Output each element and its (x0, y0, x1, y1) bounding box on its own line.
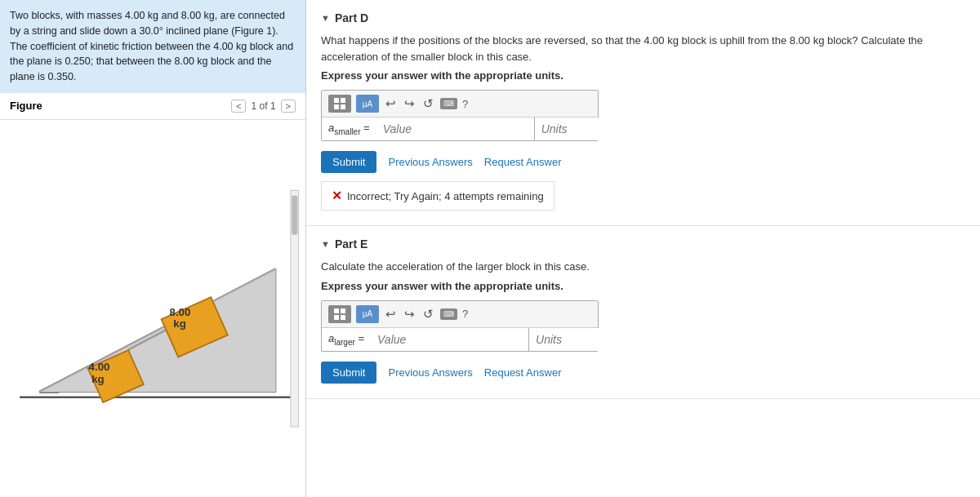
part-e-answer-box: μA ↩ ↪ ↺ ⌨ ? alarger = (321, 300, 599, 352)
svg-rect-19 (334, 308, 339, 313)
part-e-keyboard-button[interactable]: ⌨ (440, 308, 457, 320)
part-d-chevron-icon: ▼ (321, 13, 330, 23)
part-e-undo-button[interactable]: ↩ (384, 307, 398, 322)
keyboard-button[interactable]: ⌨ (440, 98, 457, 109)
part-e-units-input[interactable] (529, 328, 635, 351)
left-panel: Two blocks, with masses 4.00 kg and 8.00… (0, 0, 306, 497)
figure-nav: < 1 of 1 > (231, 100, 296, 113)
part-d-error-message: ✕ Incorrect; Try Again; 4 attempts remai… (321, 181, 555, 211)
part-e-chevron-icon: ▼ (321, 239, 330, 249)
part-d-request-answer-button[interactable]: Request Answer (484, 156, 562, 168)
part-e-redo-button[interactable]: ↪ (403, 307, 416, 322)
error-x-icon: ✕ (332, 189, 342, 203)
part-e-value-input[interactable] (371, 328, 529, 351)
svg-rect-20 (341, 308, 345, 313)
figure-area: Figure < 1 of 1 > (0, 93, 305, 497)
part-e-mu-icon[interactable]: μA (356, 305, 379, 323)
part-e-instruction: Express your answer with the appropriate… (321, 280, 965, 292)
part-e-section: ▼ Part E Calculate the acceleration of t… (306, 226, 980, 399)
svg-rect-21 (334, 315, 339, 320)
svg-rect-14 (292, 195, 297, 234)
part-e-help-button[interactable]: ? (462, 308, 468, 320)
part-e-request-answer-button[interactable]: Request Answer (484, 366, 562, 379)
part-d-submit-button[interactable]: Submit (321, 151, 376, 173)
mu-icon[interactable]: μA (356, 95, 379, 113)
part-d-units-input[interactable] (535, 118, 641, 140)
part-e-title: Part E (335, 237, 368, 251)
svg-text:8.00: 8.00 (170, 305, 191, 317)
help-button[interactable]: ? (462, 98, 468, 110)
part-e-input-row: alarger = (322, 328, 598, 351)
svg-text:kg: kg (91, 372, 104, 384)
part-d-title: Part D (335, 11, 368, 24)
svg-text:4.00: 4.00 (89, 361, 110, 373)
svg-rect-18 (341, 104, 345, 109)
part-e-question: Calculate the acceleration of the larger… (321, 259, 965, 275)
nav-next-button[interactable]: > (281, 100, 296, 113)
svg-rect-17 (334, 104, 339, 109)
part-e-submit-button[interactable]: Submit (321, 362, 376, 384)
part-e-header[interactable]: ▼ Part E (321, 237, 965, 251)
part-d-answer-box: μA ↩ ↪ ↺ ⌨ ? asmaller = (321, 90, 599, 141)
part-d-header[interactable]: ▼ Part D (321, 11, 965, 24)
part-e-refresh-button[interactable]: ↺ (421, 307, 435, 322)
nav-prev-button[interactable]: < (231, 100, 246, 113)
part-d-toolbar: μA ↩ ↪ ↺ ⌨ ? (322, 91, 598, 118)
part-d-input-row: asmaller = (322, 118, 598, 140)
part-d-action-row: Submit Previous Answers Request Answer (321, 151, 965, 173)
part-d-prev-answers-button[interactable]: Previous Answers (388, 156, 472, 168)
refresh-button[interactable]: ↺ (421, 96, 435, 111)
right-panel: ▼ Part D What happens if the positions o… (306, 0, 980, 497)
svg-rect-15 (334, 98, 339, 103)
grid-icon[interactable] (328, 95, 351, 113)
svg-rect-16 (341, 98, 345, 103)
part-e-label: alarger = (322, 332, 371, 347)
error-text: Incorrect; Try Again; 4 attempts remaini… (347, 190, 544, 202)
svg-text:kg: kg (173, 317, 185, 330)
nav-page-label: 1 of 1 (251, 100, 275, 112)
part-d-value-input[interactable] (376, 118, 535, 140)
figure-title: Figure (10, 100, 42, 112)
part-d-instruction: Express your answer with the appropriate… (321, 69, 965, 82)
part-e-grid-icon[interactable] (328, 305, 351, 323)
part-e-prev-answers-button[interactable]: Previous Answers (388, 366, 472, 379)
incline-svg: 30° 4.00 kg 8.00 kg (0, 120, 305, 497)
part-e-toolbar: μA ↩ ↪ ↺ ⌨ ? (322, 301, 598, 328)
part-d-section: ▼ Part D What happens if the positions o… (306, 0, 980, 226)
part-d-label: asmaller = (322, 122, 376, 136)
svg-rect-22 (341, 315, 345, 320)
figure-canvas: 30° 4.00 kg 8.00 kg (0, 120, 305, 497)
part-e-action-row: Submit Previous Answers Request Answer (321, 362, 965, 384)
redo-button[interactable]: ↪ (403, 96, 416, 111)
undo-button[interactable]: ↩ (384, 96, 398, 111)
part-d-question: What happens if the positions of the blo… (321, 33, 965, 64)
figure-header: Figure < 1 of 1 > (0, 93, 305, 120)
problem-text: Two blocks, with masses 4.00 kg and 8.00… (0, 0, 305, 93)
